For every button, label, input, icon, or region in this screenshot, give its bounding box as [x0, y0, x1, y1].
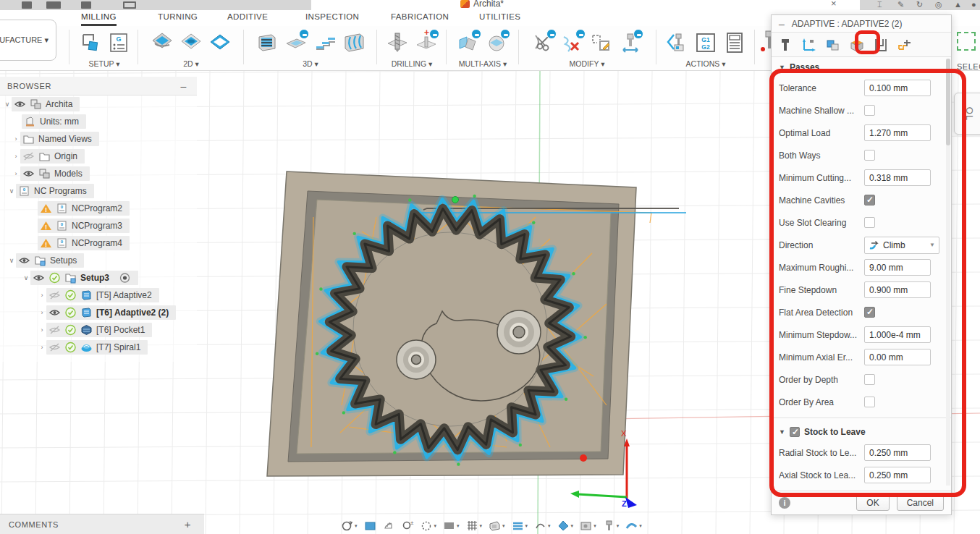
order-by-area-checkbox[interactable] [864, 397, 875, 407]
delete-toolpath-icon[interactable] [560, 30, 585, 56]
2d-contour-icon[interactable] [208, 30, 232, 56]
3d-pocket-icon[interactable] [284, 30, 308, 56]
help-icon[interactable]: ● [971, 0, 976, 9]
cancel-button[interactable]: Cancel [897, 495, 944, 511]
file-tab-icon[interactable] [46, 1, 61, 9]
caret-right-icon[interactable]: › [38, 292, 46, 299]
app-grid-icon[interactable] [22, 1, 32, 9]
3d-adaptive-icon[interactable] [255, 30, 279, 56]
tree-row-setups[interactable]: ∨ Setups [0, 252, 197, 269]
maximum-roughing-input[interactable]: 9.00 mm [864, 259, 931, 276]
caret-down-icon[interactable]: ∨ [7, 187, 16, 195]
boss-left[interactable] [397, 340, 436, 379]
passes-tab-icon[interactable] [848, 35, 866, 54]
tree-row-ncprogram3[interactable]: ! 0 NCProgram3 [0, 217, 197, 234]
tree-row-t6-pocket1[interactable]: › [T6] Pocket1 [0, 321, 197, 339]
extensions-icon[interactable]: ⌶ [877, 0, 882, 9]
simulate-icon[interactable] [664, 30, 689, 56]
3d-steps-icon[interactable] [313, 30, 337, 56]
stock-to-leave-header[interactable]: ▼ Stock to Leave [772, 423, 951, 441]
tree-row-t7-spiral1[interactable]: › [T7] Spiral1 [0, 339, 197, 356]
eye-off-icon[interactable] [22, 151, 35, 162]
edit-pattern-icon[interactable] [589, 30, 614, 56]
eye-icon[interactable] [14, 98, 26, 110]
add-comment-icon[interactable]: + [185, 518, 191, 530]
layers-icon[interactable]: ▾ [510, 518, 531, 533]
tree-row-named-views[interactable]: › Named Views [0, 130, 197, 148]
eye-icon[interactable] [18, 255, 30, 266]
tab-additive[interactable]: ADDITIVE [227, 12, 268, 24]
actions-group-label[interactable]: ACTIONS ▾ [660, 59, 751, 68]
both-ways-checkbox[interactable] [864, 150, 875, 161]
new-setup-icon[interactable] [77, 30, 102, 56]
eye-off-icon[interactable] [48, 342, 61, 353]
section-icon[interactable]: ▾ [532, 518, 553, 533]
caret-right-icon[interactable]: › [38, 344, 46, 351]
tab-milling[interactable]: MILLING [81, 12, 117, 26]
caret-right-icon[interactable]: › [12, 170, 20, 177]
post-process-icon[interactable]: G1G2 [693, 30, 718, 56]
tree-row-units[interactable]: Units: mm [0, 113, 197, 130]
tool-view-icon[interactable]: ▾ [601, 518, 622, 533]
tree-row-ncprogram2[interactable]: ! 0 NCProgram2 [0, 200, 197, 217]
info-icon[interactable]: i [779, 497, 790, 509]
caret-down-icon[interactable]: ∨ [22, 274, 30, 281]
stock-to-leave-checkbox[interactable] [790, 427, 800, 437]
nc-program-icon[interactable]: G [106, 30, 131, 56]
minimum-stepdown-input[interactable]: 1.000e-4 mm [864, 326, 931, 343]
toolpath-view-icon[interactable]: ▾ [623, 518, 644, 533]
tree-row-t5-adaptive2[interactable]: › [T5] Adaptive2 [0, 287, 197, 304]
tree-row-models[interactable]: › Models [0, 165, 197, 182]
eye-icon[interactable] [48, 307, 61, 318]
tool-tab-icon[interactable] [776, 35, 795, 54]
order-by-depth-checkbox[interactable] [864, 374, 875, 385]
grid-settings-icon[interactable]: ▾ [464, 518, 485, 533]
drill-create-icon[interactable] [414, 30, 439, 56]
sync-icon[interactable]: ↻ [916, 0, 923, 9]
drilling-group-label[interactable]: DRILLING ▾ [379, 59, 444, 68]
heights-tab-icon[interactable] [824, 35, 842, 54]
drill-icon[interactable] [385, 30, 410, 56]
direction-select[interactable]: Climb ▼ [864, 237, 939, 254]
tree-row-ncprogram4[interactable]: ! 0 NCProgram4 [0, 234, 197, 252]
3d-group-label[interactable]: 3D ▾ [246, 59, 375, 68]
swarf-icon[interactable] [456, 30, 481, 56]
notifications-icon[interactable]: ▲ [954, 0, 962, 9]
undo-icon[interactable] [123, 1, 136, 9]
document-tab[interactable]: Archita* [460, 0, 504, 9]
tool-transform-icon[interactable] [618, 30, 643, 56]
setup-sheet-icon[interactable] [722, 30, 747, 56]
2d-adaptive-icon[interactable] [150, 30, 174, 56]
tree-row-origin[interactable]: › Origin [0, 148, 197, 165]
viewports-icon[interactable]: ▾ [486, 518, 507, 533]
machine-cavities-checkbox[interactable] [864, 195, 875, 205]
geometry-tab-icon[interactable] [800, 35, 819, 54]
machine-shallow-checkbox[interactable] [864, 105, 875, 116]
look-at-icon[interactable] [362, 518, 379, 533]
marquee-select-icon[interactable] [957, 32, 976, 51]
profile-icon[interactable]: ◎ [935, 0, 942, 9]
camera-icon[interactable]: ▾ [578, 518, 599, 533]
rotary-icon[interactable] [485, 30, 510, 56]
caret-right-icon[interactable]: › [38, 309, 46, 316]
boss-right[interactable] [497, 310, 541, 354]
ordering-tab-icon[interactable] [895, 35, 914, 54]
3d-flow-icon[interactable] [342, 30, 366, 56]
dialog-scrollbar[interactable] [946, 59, 950, 486]
tab-inspection[interactable]: INSPECTION [305, 12, 359, 24]
2d-group-label[interactable]: 2D ▾ [142, 59, 240, 68]
use-slot-clearing-checkbox[interactable] [864, 217, 875, 228]
caret-down-icon[interactable]: ∨ [3, 101, 12, 108]
2d-pocket-icon[interactable] [179, 30, 203, 56]
comments-bar[interactable]: COMMENTS + [0, 514, 204, 534]
caret-right-icon[interactable]: › [38, 326, 46, 334]
tab-fabrication[interactable]: FABRICATION [391, 12, 449, 24]
pan-icon[interactable] [381, 518, 397, 533]
tree-row-nc-programs[interactable]: ∨ 0 NC Programs [0, 182, 197, 200]
browser-collapse-icon[interactable]: – [181, 80, 187, 92]
setup-group-label[interactable]: SETUP ▾ [72, 59, 136, 68]
close-icon[interactable]: × [831, 0, 837, 9]
eye-off-icon[interactable] [48, 289, 61, 301]
tab-utilities[interactable]: UTILITIES [479, 12, 520, 24]
fit-icon[interactable]: ▾ [418, 518, 439, 533]
